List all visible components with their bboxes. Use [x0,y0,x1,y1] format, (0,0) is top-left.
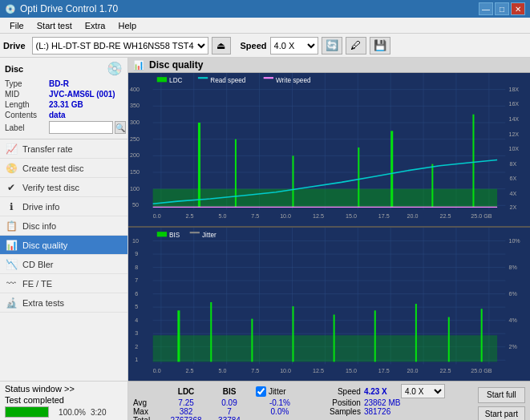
avg-bis: 0.09 [211,398,248,407]
svg-rect-123 [481,309,483,361]
main-area: Disc 💿 Type BD-R MID JVC-AMS6L (001) Len… [0,58,530,420]
max-ldc: 382 [161,407,211,416]
disc-icon: 💿 [107,61,123,76]
sidebar-item-fe-te[interactable]: 〰 FE / TE [0,274,127,293]
save-button[interactable]: 💾 [370,37,390,55]
svg-rect-119 [334,315,335,362]
svg-text:20.0: 20.0 [407,367,419,374]
svg-text:8%: 8% [508,264,517,271]
contents-label: Contents [5,111,49,119]
titlebar-left: 💿 Opti Drive Control 1.70 [5,3,118,14]
avg-label: Avg [133,398,161,407]
stats-bar: LDC BIS Jitter Speed 4.23 X 4.0 X [128,381,530,420]
svg-text:LDC: LDC [169,77,182,84]
svg-text:6%: 6% [508,290,517,297]
charts-area: LDC Read speed Write speed 400 350 300 2… [128,73,530,381]
sidebar: Disc 💿 Type BD-R MID JVC-AMS6L (001) Len… [0,58,128,420]
menu-file[interactable]: File [3,19,30,32]
drive-info-icon: ℹ [5,200,18,213]
svg-text:12.5: 12.5 [313,367,324,374]
transfer-rate-label: Transfer rate [22,144,73,154]
jitter-checkbox[interactable] [256,386,266,397]
svg-text:8: 8 [135,264,138,271]
svg-text:15.0: 15.0 [346,367,357,374]
progress-bar-inner [6,407,48,417]
fe-te-icon: 〰 [5,277,18,290]
menu-start-test[interactable]: Start test [30,19,79,32]
svg-text:3: 3 [135,329,138,337]
svg-text:Write speed: Write speed [276,77,311,84]
max-jitter: 0.0% [256,407,304,416]
chart2-svg: BIS Jitter 10 9 8 7 6 5 4 3 2 1 10% [128,228,530,381]
svg-text:BIS: BIS [169,232,180,240]
label-input[interactable] [49,121,113,134]
drive-info-label: Drive info [22,202,59,212]
disc-quality-header-icon: 📊 [133,60,144,71]
sidebar-item-drive-info[interactable]: ℹ Drive info [0,197,127,216]
svg-text:18X: 18X [508,86,519,93]
verify-test-disc-icon: ✔ [5,181,18,194]
sidebar-item-disc-quality[interactable]: 📊 Disc quality [0,236,127,255]
edit-button[interactable]: 🖊 [346,37,366,55]
disc-panel: Disc 💿 Type BD-R MID JVC-AMS6L (001) Len… [0,58,127,139]
svg-rect-116 [210,302,212,361]
speed-max-select[interactable]: 4.0 X [401,384,445,398]
sidebar-item-transfer-rate[interactable]: 📈 Transfer rate [0,139,127,159]
menu-extra[interactable]: Extra [79,19,112,32]
status-window-button[interactable]: Status window >> [5,384,123,394]
status-bar-bottom: Status window >> Test completed 100.0% 3… [0,381,127,420]
minimize-button[interactable]: — [479,2,493,15]
svg-text:22.5: 22.5 [440,367,451,374]
disc-info-label: Disc info [22,221,56,231]
svg-text:5: 5 [135,303,138,310]
chart1-svg: LDC Read speed Write speed 400 350 300 2… [128,73,530,226]
svg-text:8X: 8X [509,160,516,168]
drive-select[interactable]: (L:) HL-DT-ST BD-RE WH16NS58 TST4 [32,37,208,55]
svg-rect-57 [292,155,293,207]
svg-text:6X: 6X [509,175,516,182]
sidebar-item-create-test-disc[interactable]: 📀 Create test disc [0,159,127,178]
max-bis: 7 [211,407,248,416]
contents-value: data [49,111,66,119]
start-part-button[interactable]: Start part [478,406,525,420]
svg-text:7.5: 7.5 [251,212,259,220]
svg-text:400: 400 [130,86,140,93]
label-edit-button[interactable]: 🔍 [115,121,126,134]
extra-tests-label: Extra tests [22,298,64,308]
chart1-container: LDC Read speed Write speed 400 350 300 2… [128,73,530,228]
eject-button[interactable]: ⏏ [212,37,231,55]
type-value: BD-R [49,79,69,88]
svg-text:17.5: 17.5 [378,367,390,374]
svg-text:250: 250 [130,135,140,143]
titlebar: 💿 Opti Drive Control 1.70 — □ ✕ [0,0,530,18]
sidebar-item-verify-test-disc[interactable]: ✔ Verify test disc [0,178,127,197]
svg-text:150: 150 [130,168,140,176]
svg-text:14X: 14X [508,115,519,123]
svg-text:10X: 10X [508,145,519,152]
svg-rect-24 [264,77,273,79]
svg-text:16X: 16X [508,100,519,107]
fe-te-label: FE / TE [22,279,52,289]
disc-quality-header: 📊 Disc quality [128,58,530,73]
start-full-button[interactable]: Start full [478,387,525,403]
titlebar-controls[interactable]: — □ ✕ [479,2,525,15]
svg-rect-20 [157,77,167,82]
close-button[interactable]: ✕ [511,2,525,15]
svg-rect-117 [251,319,253,362]
speed-select[interactable]: 4.0 X 1.0 X 2.0 X 6.0 X 8.0 X [270,37,318,55]
maximize-button[interactable]: □ [495,2,509,15]
menu-help[interactable]: Help [111,19,143,32]
refresh-button[interactable]: 🔄 [322,37,342,55]
svg-text:12X: 12X [508,130,519,137]
svg-text:10%: 10% [508,237,520,244]
sidebar-item-disc-info[interactable]: 📋 Disc info [0,216,127,236]
samples-label: Samples [304,407,364,416]
sidebar-item-cd-bler[interactable]: 📉 CD Bler [0,255,127,274]
svg-rect-122 [448,317,450,362]
sidebar-item-extra-tests[interactable]: 🔬 Extra tests [0,293,127,313]
svg-rect-58 [358,147,359,207]
svg-text:4: 4 [135,317,138,324]
length-label: Length [5,100,49,109]
progress-bar-outer [5,406,49,418]
svg-text:7.5: 7.5 [251,367,259,374]
